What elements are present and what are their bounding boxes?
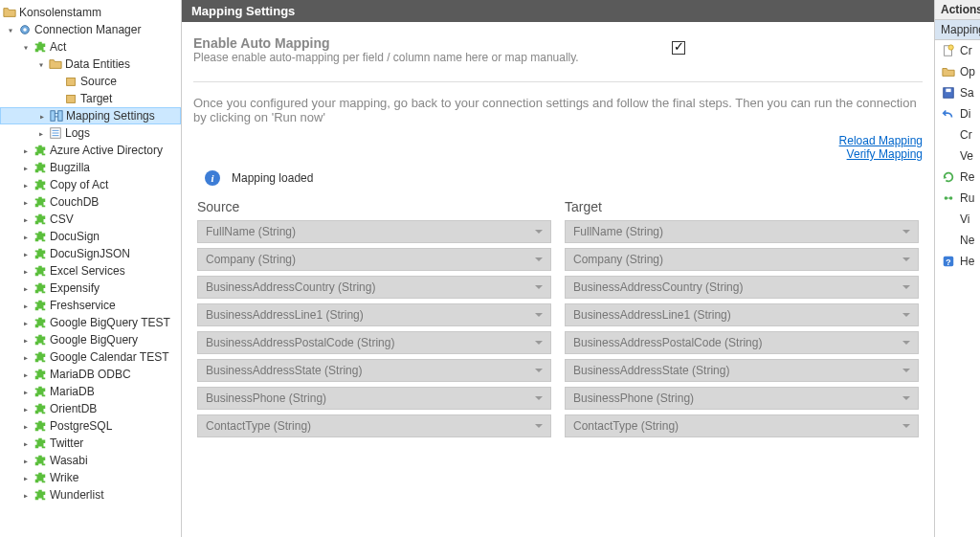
tree-connection-node[interactable]: ▸Azure Active Directory [0,142,181,159]
folder-icon [48,56,63,72]
source-field-combo[interactable]: BusinessAddressCountry (String) [197,276,551,299]
tree-label: Freshservice [50,299,116,312]
chevron-right-icon[interactable]: ▸ [19,352,33,363]
tree-connection-node[interactable]: ▸Wrike [0,469,181,486]
action-label: He [960,255,974,268]
chevron-right-icon[interactable]: ▸ [19,404,33,414]
tree-connection-node[interactable]: ▸Twitter [0,435,181,452]
target-field-combo[interactable]: BusinessAddressCountry (String) [565,276,919,299]
tree-connection-node[interactable]: ▸DocuSign [0,228,181,245]
source-field-combo[interactable]: BusinessAddressLine1 (String) [197,303,551,326]
tree-connection-node[interactable]: ▸Google Calendar TEST [0,348,181,366]
tree-connection-node[interactable]: ▸MariaDB [0,383,181,400]
tree-connection-node[interactable]: ▸Wasabi [0,452,181,469]
chevron-right-icon[interactable]: ▸ [19,490,33,501]
action-item[interactable]: ?He [935,251,980,272]
tree-connection-node[interactable]: ▸DocuSignJSON [0,245,181,262]
tree-connection-node[interactable]: ▸CSV [0,211,181,228]
tree-connection-node[interactable]: ▸Freshservice [0,297,181,314]
tree-connection-node[interactable]: ▸PostgreSQL [0,417,181,435]
tree-root[interactable]: Konsolenstamm [0,4,181,21]
chevron-right-icon[interactable]: ▸ [19,232,33,242]
action-label: Ve [960,149,973,163]
tree-connection-node[interactable]: ▸OrientDB [0,400,181,417]
source-field-combo[interactable]: Company (String) [197,248,551,271]
chevron-right-icon[interactable]: ▸ [19,145,33,156]
action-item[interactable]: Vi [935,209,980,230]
chevron-right-icon[interactable]: ▸ [19,456,33,466]
chevron-right-icon[interactable]: ▸ [35,111,49,122]
tree-label: Logs [65,126,90,140]
tree-act[interactable]: ▾ Act [0,38,181,56]
chevron-right-icon[interactable]: ▸ [19,283,33,294]
chevron-right-icon[interactable]: ▸ [19,266,33,277]
tree-connection-node[interactable]: ▸Copy of Act [0,176,181,193]
tree-connection-node[interactable]: ▸MariaDB ODBC [0,366,181,383]
chevron-right-icon[interactable]: ▸ [19,318,33,328]
verify-mapping-link[interactable]: Verify Mapping [193,147,923,161]
svg-rect-3 [67,96,76,103]
chevron-right-icon[interactable]: ▸ [19,387,33,397]
tree-connection-node[interactable]: ▸Google BigQuery [0,331,181,348]
svg-text:?: ? [946,257,950,267]
target-field-combo[interactable]: BusinessAddressLine1 (String) [565,303,919,326]
svg-rect-15 [946,89,950,93]
chevron-right-icon[interactable]: ▸ [19,473,33,483]
chevron-right-icon[interactable]: ▸ [19,197,33,208]
tree-connection-node[interactable]: ▸Expensify [0,280,181,297]
chevron-right-icon[interactable]: ▸ [19,180,33,190]
action-label: Cr [960,128,972,142]
tree-label: DocuSign [50,230,100,243]
tree-connection-node[interactable]: ▸Excel Services [0,262,181,280]
enable-auto-mapping-row: Enable Auto Mapping Please enable auto-m… [193,32,923,82]
source-field-combo[interactable]: BusinessPhone (String) [197,387,551,410]
chevron-right-icon[interactable]: ▸ [19,214,33,225]
help-text: Once you configured your mapping, go bac… [193,96,923,124]
target-field-combo[interactable]: FullName (String) [565,220,919,243]
action-item[interactable]: Ne [935,230,980,251]
tree-connection-manager[interactable]: ▾ Connection Manager [0,21,181,38]
action-item[interactable]: Sa [935,82,980,103]
action-item[interactable]: Op [935,61,980,82]
chevron-right-icon[interactable]: ▸ [19,301,33,311]
info-icon: i [205,170,220,186]
source-field-combo[interactable]: ContactType (String) [197,414,551,437]
target-field-combo[interactable]: BusinessPhone (String) [565,387,919,410]
action-item[interactable]: Cr [935,40,980,61]
tree-connection-node[interactable]: ▸Wunderlist [0,486,181,503]
puzzle-icon [33,384,48,399]
tree-connection-node[interactable]: ▸Bugzilla [0,159,181,176]
chevron-down-icon[interactable]: ▾ [4,25,17,35]
action-item[interactable]: Ve [935,145,980,167]
chevron-right-icon[interactable]: ▸ [19,421,33,432]
tree-mapping-settings[interactable]: ▸ Mapping Settings [0,107,181,124]
action-item[interactable]: Di [935,103,980,124]
chevron-down-icon[interactable]: ▾ [19,42,33,53]
source-field-combo[interactable]: BusinessAddressState (String) [197,359,551,382]
action-item[interactable]: Cr [935,124,980,145]
chevron-down-icon[interactable]: ▾ [34,59,48,70]
target-field-combo[interactable]: ContactType (String) [565,414,919,437]
target-field-combo[interactable]: BusinessAddressPostalCode (String) [565,331,919,354]
chevron-right-icon[interactable]: ▸ [19,369,33,380]
target-field-combo[interactable]: Company (String) [565,248,919,271]
chevron-right-icon[interactable]: ▸ [19,249,33,259]
status-row: i Mapping loaded [205,170,923,186]
chevron-right-icon[interactable]: ▸ [19,438,33,449]
chevron-right-icon[interactable]: ▸ [19,335,33,346]
tree-connection-node[interactable]: ▸Google BigQuery TEST [0,314,181,331]
reload-mapping-link[interactable]: Reload Mapping [193,134,923,147]
tree-connection-node[interactable]: ▸CouchDB [0,193,181,211]
chevron-right-icon[interactable]: ▸ [34,128,48,139]
enable-auto-mapping-checkbox[interactable] [672,41,685,55]
tree-data-entities[interactable]: ▾ Data Entities [0,56,181,73]
tree-target[interactable]: Target [0,90,181,107]
chevron-right-icon[interactable]: ▸ [19,163,33,173]
source-field-combo[interactable]: BusinessAddressPostalCode (String) [197,331,551,354]
action-item[interactable]: Re [935,167,980,188]
tree-source[interactable]: Source [0,73,181,90]
target-field-combo[interactable]: BusinessAddressState (String) [565,359,919,382]
source-field-combo[interactable]: FullName (String) [197,220,551,243]
action-item[interactable]: Ru [935,188,980,209]
tree-logs[interactable]: ▸ Logs [0,124,181,142]
